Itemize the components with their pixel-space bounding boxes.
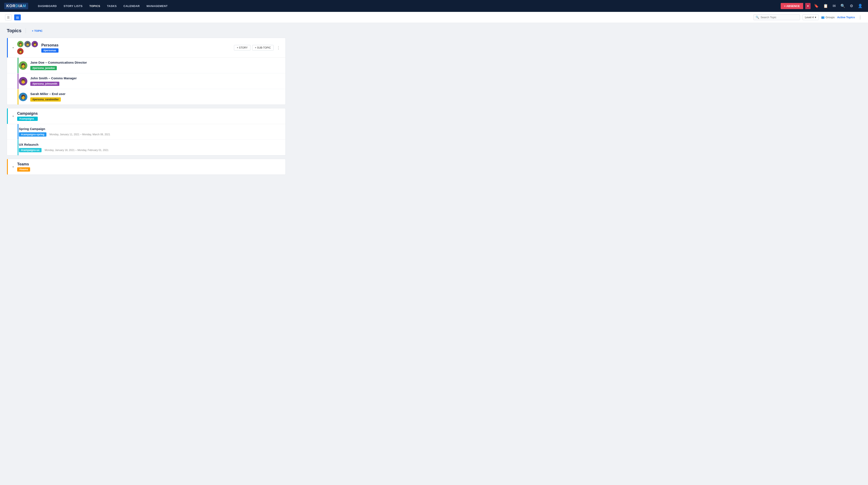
main-content: Topics + TOPIC ▾ 👩 👨 👩 👩 Personas #perso… — [0, 23, 292, 183]
avatar-jane: 👩 — [17, 41, 24, 47]
nav-story-lists[interactable]: STORY LISTS — [61, 3, 86, 9]
teams-tag: #teams — [17, 167, 30, 172]
clipboard-icon[interactable]: 📋 — [822, 3, 829, 9]
nav-tasks[interactable]: TASKS — [104, 3, 120, 9]
search-icon: 🔍 — [756, 16, 759, 19]
nav-links: DASHBOARD STORY LISTS TOPICS TASKS CALEN… — [35, 3, 781, 9]
jane-avatar: 👩 — [19, 61, 27, 70]
topic-group-header-campaigns: ▾ Campaigns #campaigns — [7, 108, 285, 124]
subtopic-ux-relaunch: UX Relaunch #campaigns-ux Monday, Januar… — [7, 140, 285, 155]
topic-group-teams: ▾ Teams #teams — [7, 159, 286, 175]
groups-button[interactable]: 👥 Groups — [821, 16, 835, 19]
page-header: Topics + TOPIC — [7, 28, 286, 33]
nav-calendar[interactable]: CALENDAR — [121, 3, 143, 9]
sarah-bar — [18, 89, 19, 105]
campaigns-tag: #campaigns — [17, 117, 38, 121]
subtopic-spring-campaign: Spring Campaign #campaigns-spring Monday… — [7, 124, 285, 140]
logo: KORDIAM — [4, 3, 28, 9]
search-box: 🔍 — [753, 15, 800, 20]
personas-actions: + STORY + SUB-TOPIC ⋮ — [234, 45, 282, 51]
active-topics-button[interactable]: Active Topics — [837, 16, 855, 19]
campaigns-subtopics: Spring Campaign #campaigns-spring Monday… — [7, 124, 285, 155]
avatar-person3: 👩 — [32, 41, 38, 47]
jane-name: Jane Doe – Communications Director — [30, 61, 282, 64]
subtopic-john-smith: 👨 John Smith – Comms Manager #persona_jo… — [7, 74, 285, 89]
collapse-campaigns-button[interactable]: ▾ — [12, 114, 14, 118]
card-view-button[interactable]: ▤ — [14, 15, 21, 20]
john-tag: #persona_johnsmith — [30, 82, 59, 86]
subtopic-sarah-miller: 👩 Sarah Miller – End user #persona_sarah… — [7, 89, 285, 105]
toolbar: ☰ ▤ 🔍 Level 4 ▾ 👥 Groups Active Topics ⋮ — [0, 12, 868, 23]
add-topic-button[interactable]: + TOPIC — [30, 28, 44, 33]
topic-group-header-personas: ▾ 👩 👨 👩 👩 Personas #personas + STORY + S… — [7, 38, 285, 57]
personas-more-button[interactable]: ⋮ — [275, 45, 282, 51]
more-options-button[interactable]: ⋮ — [858, 15, 863, 20]
spring-name: Spring Campaign — [19, 127, 282, 131]
sarah-tag: #persona_sarahmiller — [30, 97, 61, 102]
separator — [26, 28, 26, 33]
nav-dashboard[interactable]: DASHBOARD — [35, 3, 60, 9]
john-name: John Smith – Comms Manager — [30, 76, 282, 80]
campaigns-group-name: Campaigns — [17, 111, 38, 116]
absence-button[interactable]: + ABSENCE — [781, 3, 803, 9]
nav-right: + ABSENCE ▾ 🔖 📋 ✉ 🔍 ⚙ 👤 — [781, 3, 864, 9]
personas-tag: #personas — [41, 48, 59, 53]
personas-group-name: Personas — [41, 43, 59, 48]
add-subtopic-button-personas[interactable]: + SUB-TOPIC — [252, 45, 274, 51]
nav-management[interactable]: MANAGEMENT — [144, 3, 171, 9]
add-story-button-personas[interactable]: + STORY — [234, 45, 250, 51]
settings-icon[interactable]: ⚙ — [848, 3, 855, 9]
navbar: KORDIAM DASHBOARD STORY LISTS TOPICS TAS… — [0, 0, 868, 12]
spring-date: Monday, January 11, 2021 – Monday, March… — [50, 133, 110, 136]
level-filter-button[interactable]: Level 4 ▾ — [803, 15, 818, 20]
jane-bar — [18, 58, 19, 73]
avatar-person4: 👩 — [17, 48, 24, 55]
topic-group-campaigns: ▾ Campaigns #campaigns Spring Campaign #… — [7, 108, 286, 155]
mail-icon[interactable]: ✉ — [831, 3, 837, 9]
ux-tag: #campaigns-ux — [19, 148, 41, 152]
ux-name: UX Relaunch — [19, 143, 282, 146]
john-avatar: 👨 — [19, 77, 27, 85]
subtopic-jane-doe: 👩 Jane Doe – Communications Director #pe… — [7, 58, 285, 74]
ux-bar — [18, 140, 19, 155]
list-view-button[interactable]: ☰ — [5, 15, 12, 20]
jane-tag: #persona_janedoe — [30, 66, 57, 70]
personas-avatars: 👩 👨 👩 👩 — [17, 41, 38, 55]
topic-group-header-teams: ▾ Teams #teams — [7, 159, 285, 174]
spring-tag: #campaigns-spring — [19, 132, 46, 137]
bookmark-icon[interactable]: 🔖 — [813, 3, 820, 9]
sarah-name: Sarah Miller – End user — [30, 92, 282, 96]
nav-topics[interactable]: TOPICS — [87, 3, 103, 9]
spring-bar — [18, 124, 19, 140]
page-title: Topics — [7, 28, 22, 33]
absence-caret-button[interactable]: ▾ — [805, 3, 811, 9]
topic-group-personas: ▾ 👩 👨 👩 👩 Personas #personas + STORY + S… — [7, 38, 286, 105]
search-icon[interactable]: 🔍 — [839, 3, 846, 9]
collapse-personas-button[interactable]: ▾ — [12, 46, 14, 50]
collapse-teams-button[interactable]: ▾ — [12, 165, 14, 169]
personas-subtopics: 👩 Jane Doe – Communications Director #pe… — [7, 57, 285, 105]
sarah-avatar: 👩 — [19, 93, 27, 101]
avatar-person2: 👨 — [24, 41, 31, 47]
user-icon[interactable]: 👤 — [857, 3, 864, 9]
teams-group-name: Teams — [17, 162, 30, 167]
search-input[interactable] — [761, 16, 798, 19]
ux-date: Monday, January 18, 2021 – Monday, Febru… — [45, 149, 108, 152]
john-bar — [18, 74, 19, 89]
